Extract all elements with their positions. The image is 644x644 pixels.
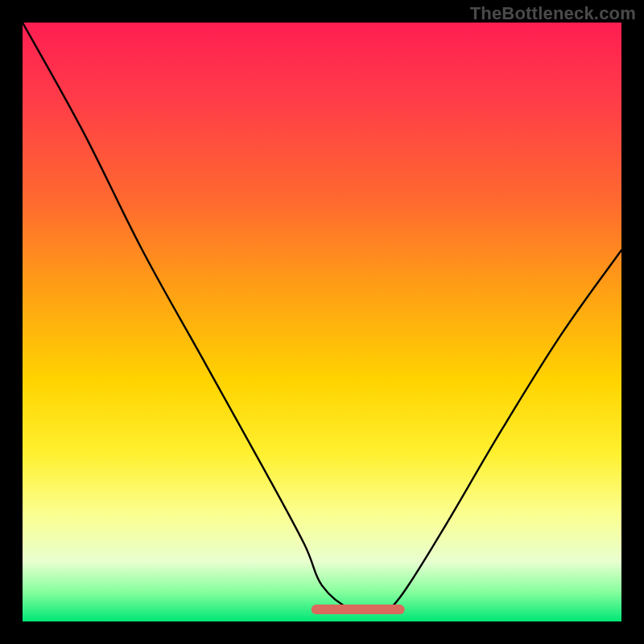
watermark-label: TheBottleneck.com [470,3,636,24]
bottleneck-curve [23,23,621,612]
curve-overlay [23,23,621,621]
chart-frame: TheBottleneck.com [0,0,644,644]
plot-area [23,23,621,621]
